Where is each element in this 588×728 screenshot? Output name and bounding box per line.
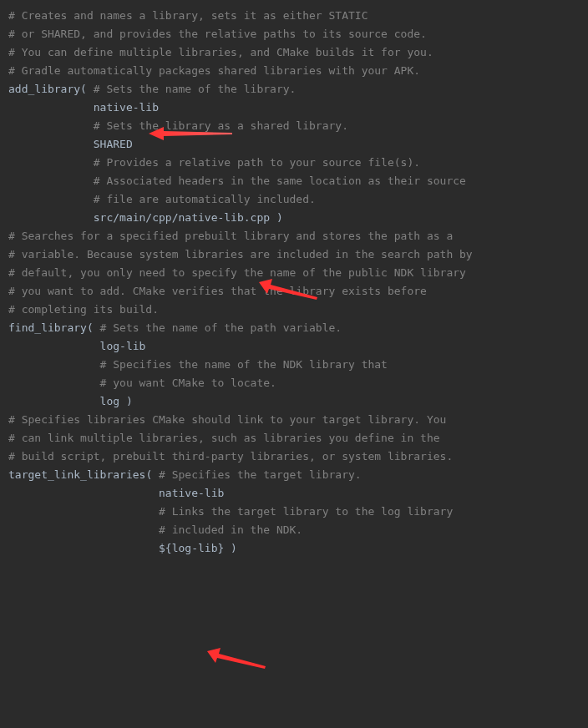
code-line: # Specifies the name of the NDK library …	[8, 356, 580, 374]
comment: # you want CMake to locate.	[8, 377, 276, 389]
function-name: target_link_libraries	[8, 468, 145, 481]
comment: # or SHARED, and provides the relative p…	[8, 28, 427, 40]
comment: # Sets the name of the path variable.	[100, 321, 342, 334]
code-line: native-lib	[8, 99, 580, 117]
code-line: # You can define multiple libraries, and…	[8, 43, 580, 62]
code-line: log )	[8, 392, 580, 411]
code-line: native-lib	[8, 484, 580, 503]
comment: # variable. Because system libraries are…	[8, 248, 473, 260]
function-name: add_library	[8, 83, 80, 95]
comment: # Links the target library to the log li…	[8, 505, 453, 518]
code-line: src/main/cpp/native-lib.cpp )	[8, 209, 580, 227]
code-line: # Provides a relative path to your sourc…	[8, 154, 580, 172]
annotation-arrow-icon	[259, 279, 317, 302]
code-line: # Searches for a specified prebuilt libr…	[8, 227, 580, 245]
code-line: log-lib	[8, 337, 580, 356]
comment: # Sets the name of the library.	[94, 83, 297, 95]
code-line: # build script, prebuilt third-party lib…	[8, 447, 580, 466]
comment: # included in the NDK.	[8, 523, 302, 536]
library-name: native-lib	[8, 101, 159, 114]
code-line: # Sets the library as a shared library.	[8, 117, 580, 135]
svg-marker-2	[207, 648, 266, 669]
comment: # you want to add. CMake verifies that t…	[8, 285, 427, 297]
code-line: # Links the target library to the log li…	[8, 503, 580, 521]
comment: # You can define multiple libraries, and…	[8, 46, 433, 58]
target-library: native-lib	[8, 487, 224, 499]
code-line: # Associated headers in the same locatio…	[8, 172, 580, 190]
shared-keyword: SHARED	[8, 138, 133, 150]
paren-open: (	[80, 83, 94, 95]
code-line: # file are automatically included.	[8, 190, 580, 209]
code-line: # can link multiple libraries, such as l…	[8, 429, 580, 447]
code-line: target_link_libraries( # Specifies the t…	[8, 466, 580, 484]
paren-close: )	[276, 211, 283, 224]
code-line: add_library( # Sets the name of the libr…	[8, 80, 580, 99]
comment: # Gradle automatically packages shared l…	[8, 64, 420, 77]
paren-close: )	[126, 395, 133, 407]
code-line: # Creates and names a library, sets it a…	[8, 7, 580, 25]
annotation-arrow-icon	[207, 648, 266, 671]
log-name: log	[8, 395, 126, 407]
comment: # Specifies libraries CMake should link …	[8, 413, 446, 426]
code-line: # variable. Because system libraries are…	[8, 245, 580, 264]
comment: # Searches for a specified prebuilt libr…	[8, 230, 453, 242]
comment: # default, you only need to specify the …	[8, 266, 466, 279]
code-line: # you want CMake to locate.	[8, 374, 580, 392]
annotation-arrow-icon	[149, 124, 232, 144]
svg-marker-0	[149, 127, 232, 140]
comment: # file are automatically included.	[8, 193, 316, 205]
code-line: # Specifies libraries CMake should link …	[8, 411, 580, 429]
variable-name: log-lib	[8, 340, 145, 352]
code-line: # completing its build.	[8, 301, 580, 319]
comment: # Provides a relative path to your sourc…	[8, 156, 420, 169]
comment: # Specifies the target library.	[159, 468, 362, 481]
comment: # Associated headers in the same locatio…	[8, 174, 466, 187]
comment: # Specifies the name of the NDK library …	[8, 358, 388, 371]
code-line: find_library( # Sets the name of the pat…	[8, 319, 580, 337]
variable-ref: ${log-lib}	[8, 542, 231, 554]
code-line: # included in the NDK.	[8, 521, 580, 539]
code-line: SHARED	[8, 135, 580, 154]
comment: # can link multiple libraries, such as l…	[8, 432, 440, 444]
code-line: # or SHARED, and provides the relative p…	[8, 25, 580, 43]
function-name: find_library	[8, 321, 87, 334]
comment: # build script, prebuilt third-party lib…	[8, 450, 453, 463]
paren-open: (	[145, 468, 159, 481]
comment: # Creates and names a library, sets it a…	[8, 9, 368, 22]
code-line: # Gradle automatically packages shared l…	[8, 62, 580, 80]
comment: # completing its build.	[8, 303, 159, 316]
paren-open: (	[87, 321, 100, 334]
paren-close: )	[231, 542, 237, 554]
code-line: ${log-lib} )	[8, 539, 580, 558]
source-path: src/main/cpp/native-lib.cpp	[8, 211, 276, 224]
svg-marker-1	[259, 279, 317, 300]
